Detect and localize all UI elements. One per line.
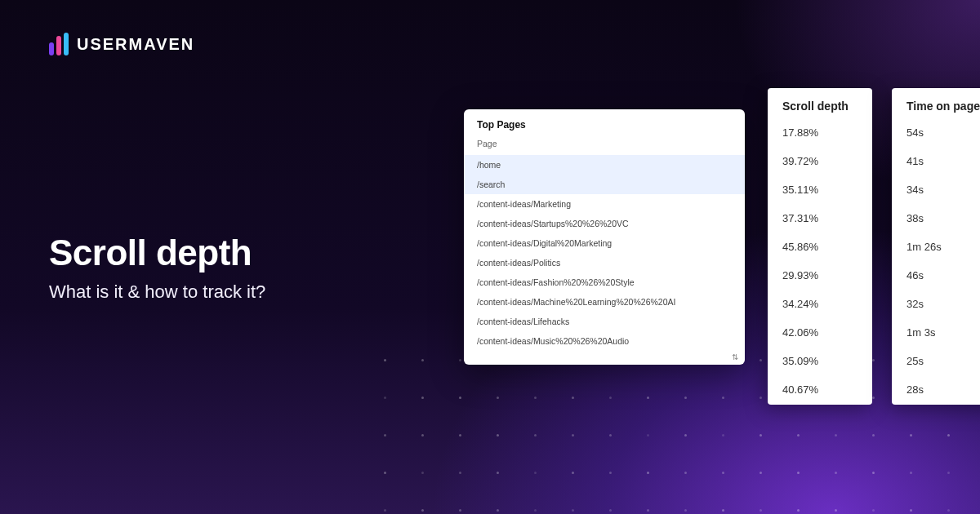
scroll-depth-value: 42.06% [782, 327, 858, 338]
time-on-page-value: 34s [906, 184, 980, 195]
page-row[interactable]: /content-ideas/Marketing [464, 194, 745, 214]
page-row[interactable]: /content-ideas/Lifehacks [464, 312, 745, 331]
page-row[interactable]: /content-ideas/Machine%20Learning%20%26%… [464, 292, 745, 312]
column-header-page: Page [464, 135, 745, 155]
top-pages-panel: Top Pages Page /home/search/content-idea… [464, 109, 745, 365]
column-header-scroll-depth: Scroll depth [782, 100, 858, 113]
time-on-page-value: 1m 26s [906, 241, 980, 252]
scroll-depth-value: 17.88% [782, 127, 858, 138]
page-row[interactable]: /content-ideas/Politics [464, 253, 745, 273]
time-on-page-value: 46s [906, 270, 980, 281]
scroll-depth-value: 37.31% [782, 213, 858, 224]
time-on-page-value: 25s [906, 356, 980, 366]
scroll-depth-value: 35.09% [782, 356, 858, 366]
time-on-page-column: Time on page 54s41s34s38s1m 26s46s32s1m … [892, 88, 980, 405]
scroll-depth-value: 35.11% [782, 184, 858, 195]
time-on-page-value: 54s [906, 127, 980, 138]
time-on-page-value: 41s [906, 156, 980, 166]
time-on-page-value: 38s [906, 213, 980, 224]
scroll-depth-column: Scroll depth 17.88%39.72%35.11%37.31%45.… [768, 88, 872, 405]
page-title: Scroll depth [49, 233, 265, 273]
scroll-depth-value: 29.93% [782, 270, 858, 281]
column-header-time-on-page: Time on page [906, 100, 980, 113]
headline-block: Scroll depth What is it & how to track i… [49, 233, 265, 303]
time-on-page-value: 28s [906, 384, 980, 395]
panel-title: Top Pages [464, 109, 745, 135]
brand-name: USERMAVEN [77, 35, 194, 54]
time-on-page-value: 1m 3s [906, 327, 980, 338]
page-row[interactable]: /content-ideas/Fashion%20%26%20Style [464, 273, 745, 292]
page-row[interactable]: /home [464, 155, 745, 175]
scroll-depth-value: 39.72% [782, 156, 858, 166]
page-subtitle: What is it & how to track it? [49, 281, 265, 303]
scroll-depth-value: 34.24% [782, 299, 858, 309]
page-row[interactable]: /content-ideas/Music%20%26%20Audio [464, 331, 745, 351]
page-row[interactable]: /content-ideas/Digital%20Marketing [464, 233, 745, 253]
logo-mark-icon [49, 33, 69, 55]
scroll-depth-value: 45.86% [782, 241, 858, 252]
brand-logo: USERMAVEN [49, 33, 194, 55]
scroll-depth-value: 40.67% [782, 384, 858, 395]
page-row[interactable]: /search [464, 175, 745, 194]
page-row[interactable]: /content-ideas/Startups%20%26%20VC [464, 214, 745, 233]
scroll-indicator-icon: ⇅ [464, 351, 745, 365]
time-on-page-value: 32s [906, 299, 980, 309]
